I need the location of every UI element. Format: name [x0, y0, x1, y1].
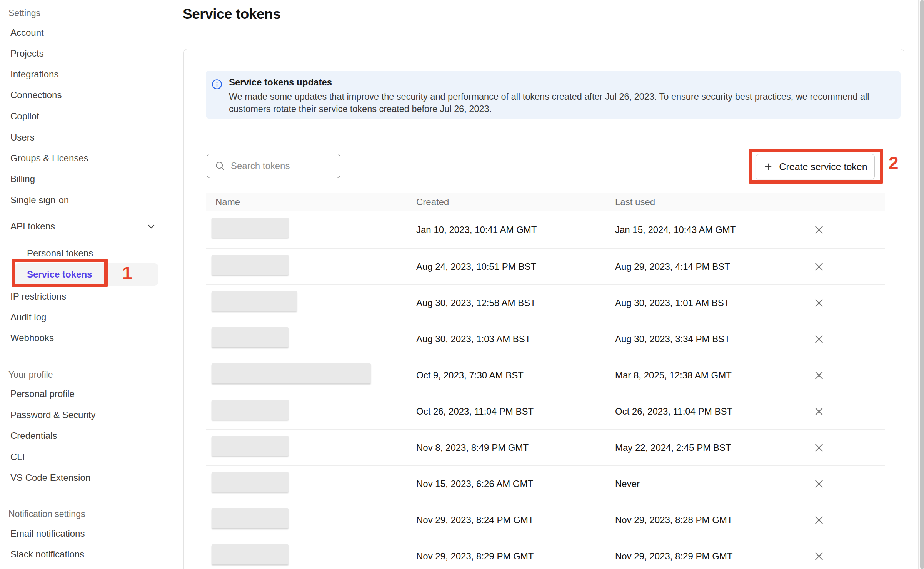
token-name-redacted — [212, 363, 371, 383]
sidebar-item-users[interactable]: Users — [10, 130, 35, 145]
x-icon — [814, 262, 824, 272]
column-header-last-used: Last used — [615, 193, 655, 211]
table-header-row: Name Created Last used — [206, 193, 885, 211]
last-used-cell: May 22, 2024, 2:45 PM BST — [615, 430, 731, 465]
table-row: Oct 9, 2023, 7:30 AM BST Mar 8, 2025, 12… — [206, 357, 885, 393]
table-row: Nov 29, 2023, 8:29 PM GMT Nov 29, 2023, … — [206, 538, 885, 569]
sidebar-item-personal-profile[interactable]: Personal profile — [10, 386, 75, 402]
last-used-cell: Aug 29, 2023, 4:14 PM BST — [615, 249, 730, 284]
chevron-down-icon — [146, 221, 157, 232]
last-used-cell: Aug 30, 2023, 1:01 AM BST — [615, 285, 730, 321]
last-used-cell: Nov 29, 2023, 8:28 PM GMT — [615, 502, 732, 538]
token-name-redacted — [212, 327, 289, 347]
x-icon — [814, 407, 824, 417]
sidebar-section-settings: Settings — [8, 5, 40, 21]
created-cell: Nov 8, 2023, 8:49 PM GMT — [416, 430, 529, 465]
delete-token-button[interactable] — [811, 439, 827, 456]
table-row: Nov 29, 2023, 8:24 PM GMT Nov 29, 2023, … — [206, 502, 885, 538]
scrollbar-thumb[interactable] — [920, 0, 924, 569]
sidebar-item-personal-tokens[interactable]: Personal tokens — [27, 246, 93, 261]
created-cell: Nov 15, 2023, 6:26 AM GMT — [416, 466, 533, 502]
last-used-cell: Aug 30, 2023, 3:34 PM BST — [615, 321, 730, 357]
sidebar-item-password-security[interactable]: Password & Security — [10, 407, 95, 423]
info-icon — [212, 79, 222, 90]
delete-token-button[interactable] — [811, 475, 827, 492]
sidebar-item-webhooks[interactable]: Webhooks — [10, 330, 54, 346]
table-row: Aug 30, 2023, 12:58 AM BST Aug 30, 2023,… — [206, 285, 885, 321]
delete-token-button[interactable] — [811, 512, 827, 529]
sidebar-item-slack-notifications[interactable]: Slack notifications — [10, 547, 84, 562]
page-title: Service tokens — [183, 6, 280, 22]
table-body: Jan 10, 2023, 10:41 AM GMT Jan 15, 2024,… — [206, 211, 885, 569]
delete-token-button[interactable] — [811, 367, 827, 384]
created-cell: Aug 30, 2023, 1:03 AM BST — [416, 321, 531, 357]
banner-body-line-1: We made some updates that improve the se… — [229, 92, 869, 102]
x-icon — [814, 515, 824, 525]
token-name-redacted — [212, 218, 289, 238]
last-used-cell: Jan 15, 2024, 10:43 AM GMT — [615, 211, 736, 248]
sidebar-item-api-tokens[interactable]: API tokens — [10, 219, 157, 234]
table-row: Oct 26, 2023, 11:04 PM BST Oct 26, 2023,… — [206, 393, 885, 430]
created-cell: Aug 30, 2023, 12:58 AM BST — [416, 285, 536, 321]
table-row: Aug 30, 2023, 1:03 AM BST Aug 30, 2023, … — [206, 321, 885, 357]
token-name-redacted — [212, 508, 289, 528]
delete-token-button[interactable] — [811, 258, 827, 275]
delete-token-button[interactable] — [811, 548, 827, 565]
column-header-name: Name — [215, 193, 240, 211]
sidebar-item-vs-code-extension[interactable]: VS Code Extension — [10, 470, 90, 485]
sidebar-item-billing[interactable]: Billing — [10, 171, 35, 187]
x-icon — [814, 443, 824, 453]
settings-sidebar: Settings Account Projects Integrations C… — [0, 0, 167, 569]
token-name-redacted — [212, 436, 289, 456]
created-cell: Nov 29, 2023, 8:24 PM GMT — [416, 502, 534, 538]
delete-token-button[interactable] — [811, 221, 827, 238]
sidebar-item-audit-log[interactable]: Audit log — [10, 310, 46, 325]
plus-icon — [763, 161, 774, 172]
created-cell: Oct 9, 2023, 7:30 AM BST — [416, 357, 524, 393]
token-name-redacted — [212, 544, 289, 564]
token-name-redacted — [212, 400, 289, 420]
sidebar-item-groups-licenses[interactable]: Groups & Licenses — [10, 151, 88, 166]
table-row: Nov 8, 2023, 8:49 PM GMT May 22, 2024, 2… — [206, 430, 885, 466]
sidebar-section-your-profile: Your profile — [8, 367, 53, 382]
delete-token-button[interactable] — [811, 403, 827, 420]
sidebar-item-service-tokens[interactable]: Service tokens — [15, 263, 158, 286]
sidebar-item-email-notifications[interactable]: Email notifications — [10, 526, 85, 541]
created-cell: Nov 29, 2023, 8:29 PM GMT — [416, 538, 534, 569]
x-icon — [814, 551, 824, 561]
x-icon — [814, 334, 824, 344]
service-tokens-table: Name Created Last used Jan 10, 2023, 10:… — [206, 193, 885, 569]
x-icon — [814, 370, 824, 380]
sidebar-item-single-sign-on[interactable]: Single sign-on — [10, 192, 69, 208]
annotation-step-2: 2 — [889, 152, 899, 173]
token-name-redacted — [212, 255, 289, 275]
sidebar-section-notification-settings: Notification settings — [8, 506, 85, 522]
info-banner: Service tokens updates We made some upda… — [206, 71, 901, 119]
sidebar-item-connections[interactable]: Connections — [10, 87, 62, 103]
title-divider — [167, 32, 918, 32]
last-used-cell: Never — [615, 466, 640, 502]
last-used-cell: Oct 26, 2023, 11:04 PM BST — [615, 393, 732, 429]
token-name-redacted — [212, 472, 289, 492]
sidebar-item-credentials[interactable]: Credentials — [10, 428, 57, 443]
column-header-created: Created — [416, 193, 449, 211]
create-service-token-button[interactable]: Create service token — [756, 154, 875, 179]
api-tokens-label: API tokens — [10, 221, 55, 232]
sidebar-item-projects[interactable]: Projects — [10, 46, 44, 61]
sidebar-item-ip-restrictions[interactable]: IP restrictions — [10, 289, 66, 304]
delete-token-button[interactable] — [811, 295, 827, 311]
sidebar-item-copilot[interactable]: Copilot — [10, 109, 39, 124]
table-row: Nov 15, 2023, 6:26 AM GMT Never — [206, 466, 885, 502]
annotation-step-1: 1 — [122, 263, 132, 283]
service-tokens-card: Service tokens updates We made some upda… — [183, 49, 904, 569]
sidebar-item-cli[interactable]: CLI — [10, 449, 25, 465]
x-icon — [814, 298, 824, 308]
search-box[interactable] — [207, 154, 340, 178]
table-row: Aug 24, 2023, 10:51 PM BST Aug 29, 2023,… — [206, 249, 885, 285]
sidebar-item-account[interactable]: Account — [10, 25, 44, 40]
created-cell: Oct 26, 2023, 11:04 PM BST — [416, 393, 534, 429]
created-cell: Aug 24, 2023, 10:51 PM BST — [416, 249, 536, 284]
delete-token-button[interactable] — [811, 331, 827, 348]
search-input[interactable] — [231, 161, 327, 171]
sidebar-item-integrations[interactable]: Integrations — [10, 67, 58, 82]
